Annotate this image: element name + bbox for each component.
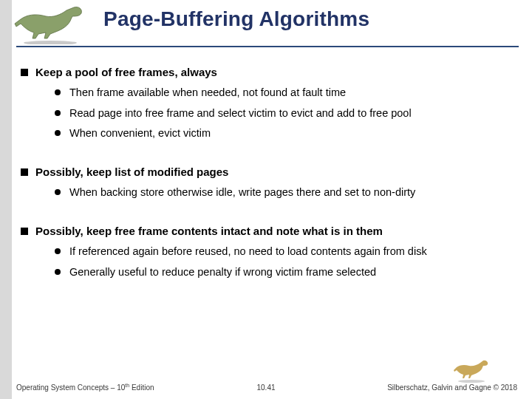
square-bullet-icon xyxy=(21,69,28,76)
bullet-level1: Possibly, keep free frame contents intac… xyxy=(21,224,523,239)
square-bullet-icon xyxy=(21,228,28,235)
slide-footer: Operating System Concepts – 10th Edition… xyxy=(0,369,532,399)
bullet-text: Keep a pool of free frames, always xyxy=(35,65,217,80)
slide-content: Keep a pool of free frames, always Then … xyxy=(21,59,523,284)
round-bullet-icon xyxy=(55,248,61,254)
bullet-level1: Keep a pool of free frames, always xyxy=(21,65,523,80)
bullet-level2: If referenced again before reused, no ne… xyxy=(55,245,523,259)
bullet-level1: Possibly, keep list of modified pages xyxy=(21,165,523,180)
title-underline xyxy=(16,46,519,47)
svg-point-0 xyxy=(24,41,77,44)
dinosaur-icon xyxy=(13,1,87,44)
round-bullet-icon xyxy=(55,189,61,195)
bullet-text: Possibly, keep free frame contents intac… xyxy=(35,224,383,239)
bullet-text: When convenient, evict victim xyxy=(69,126,211,141)
round-bullet-icon xyxy=(55,130,61,136)
bullet-level2: Then frame available when needed, not fo… xyxy=(55,86,523,100)
bullet-text: If referenced again before reused, no ne… xyxy=(69,245,427,259)
square-bullet-icon xyxy=(21,168,28,176)
bullet-text: When backing store otherwise idle, write… xyxy=(69,185,415,200)
bullet-level2: Read page into free frame and select vic… xyxy=(55,106,523,121)
bullet-text: Then frame available when needed, not fo… xyxy=(69,86,346,100)
round-bullet-icon xyxy=(55,110,61,116)
slide-header: Page-Buffering Algorithms xyxy=(0,0,532,52)
footer-copyright: Silberschatz, Galvin and Gagne © 2018 xyxy=(387,383,517,392)
bullet-text: Read page into free frame and select vic… xyxy=(69,106,412,121)
round-bullet-icon xyxy=(55,269,61,275)
round-bullet-icon xyxy=(55,89,61,95)
bullet-level2: Generally useful to reduce penalty if wr… xyxy=(55,265,523,280)
bullet-level2: When convenient, evict victim xyxy=(55,126,523,141)
bullet-level2: When backing store otherwise idle, write… xyxy=(55,185,523,200)
slide: Page-Buffering Algorithms Keep a pool of… xyxy=(0,0,532,399)
slide-title: Page-Buffering Algorithms xyxy=(103,7,369,31)
bullet-text: Possibly, keep list of modified pages xyxy=(35,165,228,180)
bullet-text: Generally useful to reduce penalty if wr… xyxy=(69,265,376,280)
left-sidebar-strip xyxy=(0,0,12,399)
